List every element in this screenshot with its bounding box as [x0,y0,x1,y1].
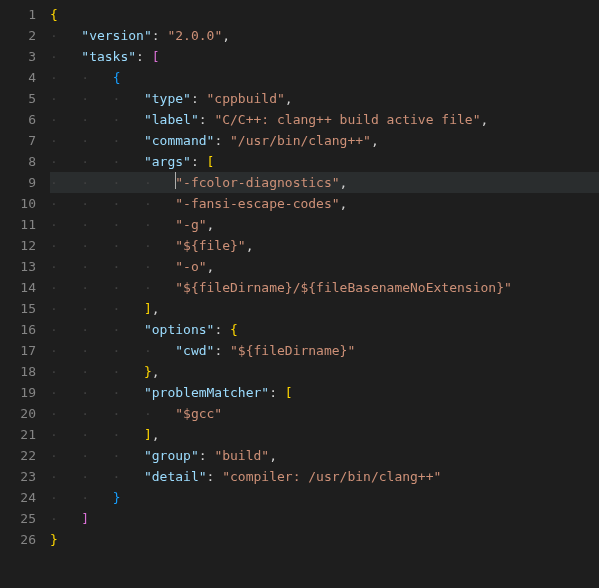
code-line[interactable]: · · · "label": "C/C++: clang++ build act… [50,109,599,130]
token: , [480,112,488,127]
indent-guide: · [50,511,81,526]
code-line[interactable]: · · · "type": "cppbuild", [50,88,599,109]
indent-guide: · · · · [50,259,175,274]
token: , [246,238,254,253]
code-line[interactable]: } [50,529,599,550]
indent-guide: · · [50,490,113,505]
token: "-fansi-escape-codes" [175,196,339,211]
indent-guide: · · · · [50,217,175,232]
token: : [136,49,152,64]
code-line[interactable]: · · · · "-o", [50,256,599,277]
token: , [340,175,348,190]
indent-guide: · · · [50,385,144,400]
code-line[interactable]: · · · "options": { [50,319,599,340]
code-line[interactable]: · · · "detail": "compiler: /usr/bin/clan… [50,466,599,487]
line-number: 25 [0,508,36,529]
indent-guide: · · · · [50,196,175,211]
code-line[interactable]: · · · · "-fansi-escape-codes", [50,193,599,214]
token: : [214,322,230,337]
token: } [50,532,58,547]
indent-guide: · · · [50,154,144,169]
token: [ [152,49,160,64]
code-line[interactable]: · ] [50,508,599,529]
indent-guide: · · · [50,301,144,316]
token: "$gcc" [175,406,222,421]
indent-guide: · · · · [50,406,175,421]
code-line[interactable]: · · } [50,487,599,508]
token: , [207,217,215,232]
code-line[interactable]: · · · }, [50,361,599,382]
code-line[interactable]: · · · ], [50,424,599,445]
code-line[interactable]: · · · · "$gcc" [50,403,599,424]
code-line[interactable]: · "tasks": [ [50,46,599,67]
code-line[interactable]: · · · · "-g", [50,214,599,235]
indent-guide: · · · · [50,238,175,253]
token: "detail" [144,469,207,484]
line-number: 24 [0,487,36,508]
code-line[interactable]: · · · · "${file}", [50,235,599,256]
token: { [50,7,58,22]
token: { [113,70,121,85]
token: { [230,322,238,337]
line-number: 26 [0,529,36,550]
token: "cwd" [175,343,214,358]
code-area[interactable]: {· "version": "2.0.0",· "tasks": [· · {·… [50,4,599,588]
line-number: 23 [0,466,36,487]
line-number: 20 [0,403,36,424]
token: [ [207,154,215,169]
token: "${file}" [175,238,245,253]
token: : [214,133,230,148]
code-line[interactable]: { [50,4,599,25]
indent-guide: · [50,49,81,64]
code-line[interactable]: · · · "group": "build", [50,445,599,466]
indent-guide: · · · [50,91,144,106]
token: : [199,448,215,463]
token: "-o" [175,259,206,274]
indent-guide: · · · [50,133,144,148]
code-line[interactable]: · · · "problemMatcher": [ [50,382,599,403]
line-number: 5 [0,88,36,109]
line-number: 18 [0,361,36,382]
token: , [207,259,215,274]
token: "-g" [175,217,206,232]
token: "version" [81,28,151,43]
token: , [269,448,277,463]
token: [ [285,385,293,400]
line-number: 2 [0,25,36,46]
token: , [371,133,379,148]
token: : [152,28,168,43]
code-line[interactable]: · · { [50,67,599,88]
line-number: 3 [0,46,36,67]
token: "${fileDirname}" [230,343,355,358]
code-line[interactable]: · · · · "-fcolor-diagnostics", [50,172,599,193]
token: "C/C++: clang++ build active file" [214,112,480,127]
line-number: 19 [0,382,36,403]
code-editor[interactable]: 1234567891011121314151617181920212223242… [0,0,599,588]
code-line[interactable]: · · · · "cwd": "${fileDirname}" [50,340,599,361]
token: "command" [144,133,214,148]
line-number: 22 [0,445,36,466]
line-number: 8 [0,151,36,172]
code-line[interactable]: · · · "args": [ [50,151,599,172]
token: : [214,343,230,358]
token: "/usr/bin/clang++" [230,133,371,148]
indent-guide: · [50,28,81,43]
token: , [340,196,348,211]
token: , [152,427,160,442]
line-number: 1 [0,4,36,25]
line-number: 4 [0,67,36,88]
code-line[interactable]: · · · "command": "/usr/bin/clang++", [50,130,599,151]
code-line[interactable]: · · · ], [50,298,599,319]
token: "options" [144,322,214,337]
code-line[interactable]: · "version": "2.0.0", [50,25,599,46]
token: "build" [214,448,269,463]
token: : [191,91,207,106]
token: : [207,469,223,484]
line-number-gutter: 1234567891011121314151617181920212223242… [0,4,50,588]
token: "2.0.0" [167,28,222,43]
token: ] [144,301,152,316]
token: } [144,364,152,379]
indent-guide: · · · · [50,280,175,295]
indent-guide: · · · [50,469,144,484]
code-line[interactable]: · · · · "${fileDirname}/${fileBasenameNo… [50,277,599,298]
